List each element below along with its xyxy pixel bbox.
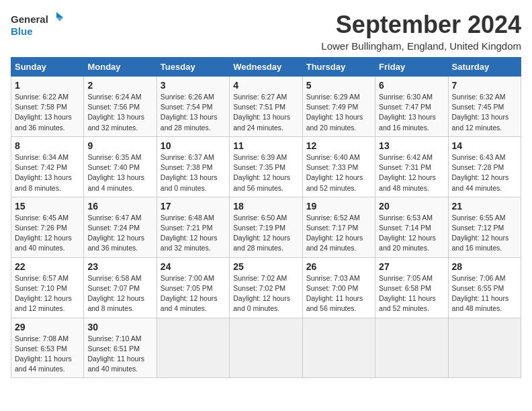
day-number: 5 (306, 80, 371, 91)
day-number: 25 (233, 261, 298, 272)
day-number: 17 (161, 201, 226, 212)
day-number: 7 (452, 80, 517, 91)
day-number: 26 (306, 261, 371, 272)
day-info: Sunrise: 6:48 AMSunset: 7:21 PMDaylight:… (161, 213, 226, 254)
day-info: Sunrise: 6:32 AMSunset: 7:45 PMDaylight:… (452, 92, 517, 133)
day-info: Sunrise: 6:58 AMSunset: 7:07 PMDaylight:… (87, 273, 152, 314)
day-number: 18 (233, 201, 298, 212)
day-number: 15 (15, 201, 80, 212)
svg-marker-2 (56, 17, 63, 21)
day-number: 8 (15, 140, 80, 151)
day-info: Sunrise: 6:50 AMSunset: 7:19 PMDaylight:… (233, 213, 298, 254)
calendar-cell: 10Sunrise: 6:37 AMSunset: 7:38 PMDayligh… (157, 136, 229, 197)
day-number: 24 (161, 261, 226, 272)
day-info: Sunrise: 6:52 AMSunset: 7:17 PMDaylight:… (306, 213, 371, 254)
svg-text:General: General (11, 13, 48, 25)
day-info: Sunrise: 7:08 AMSunset: 6:53 PMDaylight:… (15, 334, 80, 375)
day-number: 22 (15, 261, 80, 272)
calendar-cell (448, 318, 521, 378)
calendar-cell: 19Sunrise: 6:52 AMSunset: 7:17 PMDayligh… (302, 197, 375, 257)
calendar-cell: 17Sunrise: 6:48 AMSunset: 7:21 PMDayligh… (157, 197, 229, 257)
day-number: 28 (452, 261, 517, 272)
svg-text:Blue: Blue (11, 26, 33, 37)
day-number: 14 (452, 140, 517, 151)
logo-svg: General Blue (11, 11, 64, 40)
calendar-week-3: 15Sunrise: 6:45 AMSunset: 7:26 PMDayligh… (11, 197, 521, 257)
calendar-cell: 6Sunrise: 6:30 AMSunset: 7:47 PMDaylight… (375, 77, 448, 137)
day-number: 2 (87, 80, 152, 91)
day-info: Sunrise: 7:00 AMSunset: 7:05 PMDaylight:… (161, 273, 226, 314)
day-number: 9 (87, 140, 152, 151)
subtitle: Lower Bullingham, England, United Kingdo… (321, 40, 521, 52)
day-header-monday: Monday (84, 58, 157, 77)
calendar-cell: 3Sunrise: 6:26 AMSunset: 7:54 PMDaylight… (157, 77, 229, 137)
day-info: Sunrise: 6:30 AMSunset: 7:47 PMDaylight:… (379, 92, 444, 133)
calendar-cell: 18Sunrise: 6:50 AMSunset: 7:19 PMDayligh… (230, 197, 302, 257)
day-header-sunday: Sunday (11, 58, 84, 77)
day-info: Sunrise: 6:27 AMSunset: 7:51 PMDaylight:… (233, 92, 298, 133)
day-info: Sunrise: 6:29 AMSunset: 7:49 PMDaylight:… (306, 92, 371, 133)
day-number: 21 (452, 201, 517, 212)
day-number: 11 (233, 140, 298, 151)
day-number: 30 (87, 322, 152, 332)
day-number: 10 (161, 140, 226, 151)
title-block: September 2024 Lower Bullingham, England… (321, 11, 521, 52)
day-header-tuesday: Tuesday (157, 58, 229, 77)
day-number: 27 (379, 261, 444, 272)
main-title: September 2024 (321, 11, 521, 39)
calendar-cell: 14Sunrise: 6:43 AMSunset: 7:28 PMDayligh… (448, 136, 521, 197)
calendar-cell: 11Sunrise: 6:39 AMSunset: 7:35 PMDayligh… (230, 136, 302, 197)
day-info: Sunrise: 6:24 AMSunset: 7:56 PMDaylight:… (87, 92, 152, 133)
day-info: Sunrise: 6:42 AMSunset: 7:31 PMDaylight:… (379, 152, 444, 193)
day-number: 16 (87, 201, 152, 212)
day-info: Sunrise: 7:03 AMSunset: 7:00 PMDaylight:… (306, 273, 371, 314)
day-header-saturday: Saturday (448, 58, 521, 77)
calendar-cell: 7Sunrise: 6:32 AMSunset: 7:45 PMDaylight… (448, 77, 521, 137)
day-info: Sunrise: 6:26 AMSunset: 7:54 PMDaylight:… (161, 92, 226, 133)
day-number: 29 (15, 322, 80, 332)
calendar-cell: 12Sunrise: 6:40 AMSunset: 7:33 PMDayligh… (302, 136, 375, 197)
calendar-cell: 5Sunrise: 6:29 AMSunset: 7:49 PMDaylight… (302, 77, 375, 137)
calendar-cell: 30Sunrise: 7:10 AMSunset: 6:51 PMDayligh… (84, 318, 157, 378)
calendar-cell: 1Sunrise: 6:22 AMSunset: 7:58 PMDaylight… (11, 77, 84, 137)
calendar-cell: 4Sunrise: 6:27 AMSunset: 7:51 PMDaylight… (230, 77, 302, 137)
calendar-week-4: 22Sunrise: 6:57 AMSunset: 7:10 PMDayligh… (11, 257, 521, 318)
calendar-cell: 15Sunrise: 6:45 AMSunset: 7:26 PMDayligh… (11, 197, 84, 257)
calendar-cell: 13Sunrise: 6:42 AMSunset: 7:31 PMDayligh… (375, 136, 448, 197)
day-info: Sunrise: 6:55 AMSunset: 7:12 PMDaylight:… (452, 213, 517, 254)
day-info: Sunrise: 7:10 AMSunset: 6:51 PMDaylight:… (87, 334, 152, 375)
calendar-cell: 28Sunrise: 7:06 AMSunset: 6:55 PMDayligh… (448, 257, 521, 318)
day-number: 6 (379, 80, 444, 91)
day-header-friday: Friday (375, 58, 448, 77)
day-number: 12 (306, 140, 371, 151)
calendar-cell: 24Sunrise: 7:00 AMSunset: 7:05 PMDayligh… (157, 257, 229, 318)
calendar-cell: 25Sunrise: 7:02 AMSunset: 7:02 PMDayligh… (230, 257, 302, 318)
calendar-cell (157, 318, 229, 378)
day-info: Sunrise: 7:02 AMSunset: 7:02 PMDaylight:… (233, 273, 298, 314)
calendar-week-5: 29Sunrise: 7:08 AMSunset: 6:53 PMDayligh… (11, 318, 521, 378)
calendar-cell (230, 318, 302, 378)
day-info: Sunrise: 6:39 AMSunset: 7:35 PMDaylight:… (233, 152, 298, 193)
day-info: Sunrise: 6:45 AMSunset: 7:26 PMDaylight:… (15, 213, 80, 254)
calendar-cell (375, 318, 448, 378)
day-number: 19 (306, 201, 371, 212)
calendar-cell: 23Sunrise: 6:58 AMSunset: 7:07 PMDayligh… (84, 257, 157, 318)
calendar-table: SundayMondayTuesdayWednesdayThursdayFrid… (11, 57, 521, 378)
calendar-cell: 22Sunrise: 6:57 AMSunset: 7:10 PMDayligh… (11, 257, 84, 318)
day-info: Sunrise: 6:22 AMSunset: 7:58 PMDaylight:… (15, 92, 80, 133)
day-number: 23 (87, 261, 152, 272)
day-info: Sunrise: 6:40 AMSunset: 7:33 PMDaylight:… (306, 152, 371, 193)
day-info: Sunrise: 6:43 AMSunset: 7:28 PMDaylight:… (452, 152, 517, 193)
calendar-week-2: 8Sunrise: 6:34 AMSunset: 7:42 PMDaylight… (11, 136, 521, 197)
day-number: 4 (233, 80, 298, 91)
calendar-cell: 29Sunrise: 7:08 AMSunset: 6:53 PMDayligh… (11, 318, 84, 378)
day-info: Sunrise: 6:37 AMSunset: 7:38 PMDaylight:… (161, 152, 226, 193)
day-info: Sunrise: 6:53 AMSunset: 7:14 PMDaylight:… (379, 213, 444, 254)
day-number: 20 (379, 201, 444, 212)
logo: General Blue (11, 11, 64, 40)
calendar-cell (302, 318, 375, 378)
day-header-wednesday: Wednesday (230, 58, 302, 77)
header: General Blue September 2024 Lower Bullin… (11, 11, 521, 52)
calendar-week-1: 1Sunrise: 6:22 AMSunset: 7:58 PMDaylight… (11, 77, 521, 137)
calendar-header-row: SundayMondayTuesdayWednesdayThursdayFrid… (11, 58, 521, 77)
